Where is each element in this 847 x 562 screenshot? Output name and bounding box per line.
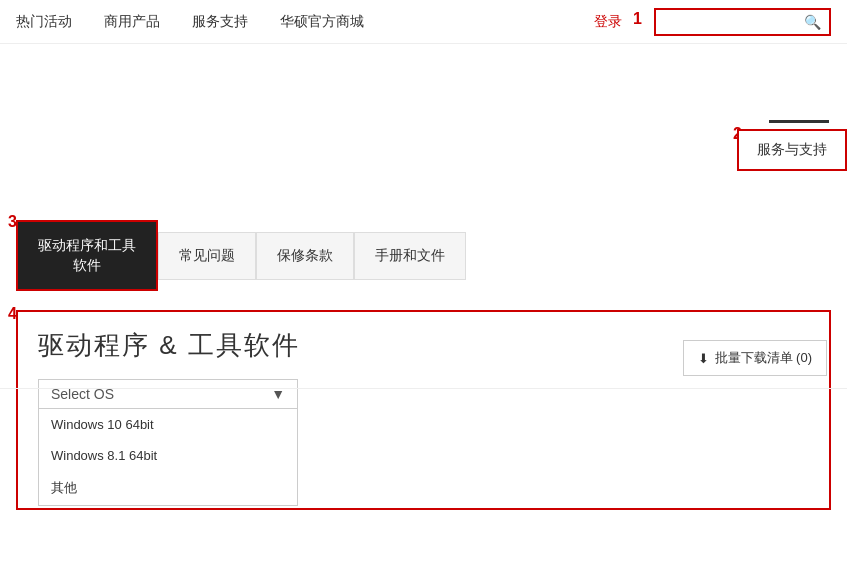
nav-item-hot[interactable]: 热门活动 [16, 13, 72, 31]
search-input[interactable] [662, 14, 802, 29]
annotation-1: 1 [633, 10, 642, 28]
service-support-button[interactable]: 服务与支持 [737, 129, 847, 171]
nav-item-support[interactable]: 服务支持 [192, 13, 248, 31]
tab-manual[interactable]: 手册和文件 [354, 232, 466, 280]
divider-line [0, 388, 847, 389]
top-nav: 热门活动 商用产品 服务支持 华硕官方商城 登录 🔍 [0, 0, 847, 44]
tab-warranty[interactable]: 保修条款 [256, 232, 354, 280]
service-btn-line [769, 120, 829, 123]
service-btn-area: 服务与支持 [737, 120, 847, 171]
bulk-download-button[interactable]: ⬇ 批量下载清单 (0) [683, 340, 828, 376]
os-option-other[interactable]: 其他 [39, 471, 297, 505]
search-icon-button[interactable]: 🔍 [802, 14, 823, 30]
os-select-wrapper: Select OS ▼ Windows 10 64bit Windows 8.1… [38, 379, 298, 409]
os-option-win10[interactable]: Windows 10 64bit [39, 409, 297, 440]
os-dropdown: Windows 10 64bit Windows 8.1 64bit 其他 [38, 409, 298, 506]
tab-faq[interactable]: 常见问题 [158, 232, 256, 280]
tabs-section: 驱动程序和工具软件 常见问题 保修条款 手册和文件 [16, 220, 466, 291]
login-link[interactable]: 登录 [594, 13, 622, 31]
download-icon: ⬇ [698, 351, 709, 366]
tab-drivers[interactable]: 驱动程序和工具软件 [16, 220, 158, 291]
bulk-download-label: 批量下载清单 (0) [715, 349, 813, 367]
search-box: 🔍 [654, 8, 831, 36]
nav-item-business[interactable]: 商用产品 [104, 13, 160, 31]
os-select-button[interactable]: Select OS ▼ [38, 379, 298, 409]
os-option-win81[interactable]: Windows 8.1 64bit [39, 440, 297, 471]
nav-item-store[interactable]: 华硕官方商城 [280, 13, 364, 31]
